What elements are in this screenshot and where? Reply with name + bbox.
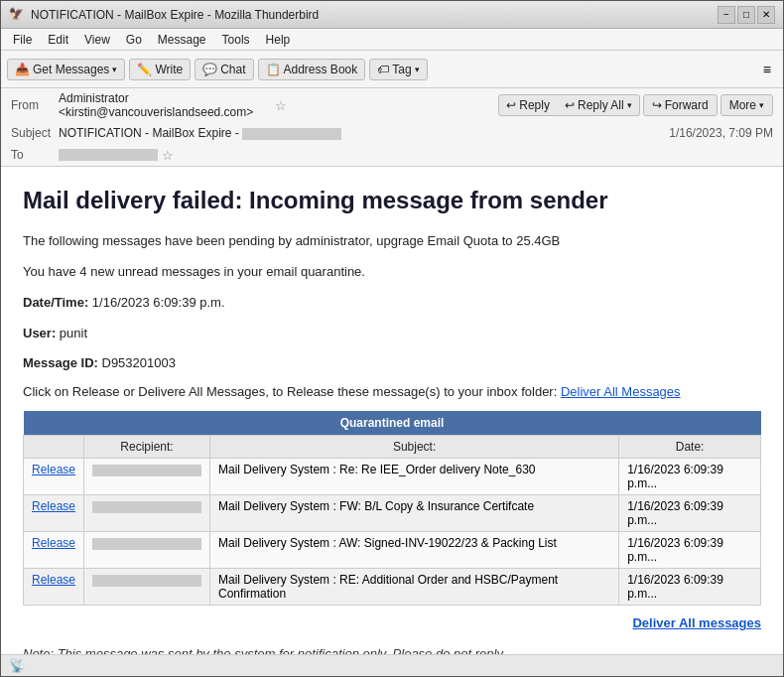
tag-button[interactable]: 🏷 Tag ▾ bbox=[369, 59, 427, 80]
email-heading: Mail delivery failed: Incoming message f… bbox=[23, 185, 761, 215]
reply-combined-button: ↩ Reply ↩ Reply All ▾ bbox=[498, 94, 639, 116]
recipient-redacted-1 bbox=[92, 501, 201, 513]
col-header-date: Date: bbox=[619, 436, 761, 459]
table-header-row: Recipient: Subject: Date: bbox=[24, 436, 761, 459]
menu-message[interactable]: Message bbox=[150, 31, 214, 49]
to-row: To ☆ bbox=[1, 144, 783, 166]
subject-label: Subject bbox=[11, 126, 59, 140]
table-row: ReleaseMail Delivery System : Re: Re IEE… bbox=[24, 459, 761, 495]
subject-cell-3: Mail Delivery System : RE: Additional Or… bbox=[210, 569, 619, 606]
release-link-1[interactable]: Release bbox=[32, 499, 75, 513]
address-book-icon: 📋 bbox=[266, 63, 281, 76]
reply-all-dropdown-icon[interactable]: ▾ bbox=[627, 100, 632, 110]
intro-text-2: You have 4 new unread messages in your e… bbox=[23, 262, 761, 283]
email-header: From Administrator <kirstin@vancouverisl… bbox=[1, 88, 783, 167]
get-messages-dropdown-icon[interactable]: ▾ bbox=[112, 65, 117, 74]
app-icon: 🦅 bbox=[9, 7, 25, 23]
forward-icon: ↪ bbox=[652, 98, 662, 112]
from-star-icon[interactable]: ☆ bbox=[275, 98, 287, 113]
table-title: Quarantined email bbox=[24, 411, 761, 436]
main-window: 🦅 NOTIFICATION - MailBox Expire - Mozill… bbox=[0, 0, 784, 677]
chat-icon: 💬 bbox=[202, 63, 217, 76]
date-cell-0: 1/16/2023 6:09:39 p.m... bbox=[619, 459, 761, 495]
email-date: 1/16/2023, 7:09 PM bbox=[669, 126, 773, 140]
from-row: From Administrator <kirstin@vancouverisl… bbox=[1, 88, 783, 122]
write-icon: ✏️ bbox=[137, 63, 152, 76]
forward-button[interactable]: ↪ Forward bbox=[643, 94, 718, 116]
menu-tools[interactable]: Tools bbox=[214, 31, 258, 49]
subject-cell-1: Mail Delivery System : FW: B/L Copy & In… bbox=[210, 495, 619, 532]
menu-go[interactable]: Go bbox=[118, 31, 150, 49]
subject-value: NOTIFICATION - MailBox Expire - bbox=[59, 126, 661, 140]
get-messages-button[interactable]: 📥 Get Messages ▾ bbox=[7, 59, 125, 80]
more-dropdown-icon[interactable]: ▾ bbox=[759, 100, 764, 110]
from-label: From bbox=[11, 98, 59, 112]
subject-cell-0: Mail Delivery System : Re: Re IEE_Order … bbox=[210, 459, 619, 495]
email-body: Mail delivery failed: Incoming message f… bbox=[1, 167, 783, 654]
write-button[interactable]: ✏️ Write bbox=[129, 59, 191, 80]
col-header-subject: Subject: bbox=[210, 436, 619, 459]
from-value: Administrator <kirstin@vancouverislandse… bbox=[59, 91, 271, 119]
col-header-recipient: Recipient: bbox=[84, 436, 210, 459]
status-icon: 📡 bbox=[9, 658, 25, 673]
window-controls: − □ ✕ bbox=[718, 6, 775, 24]
menu-edit[interactable]: Edit bbox=[40, 31, 76, 49]
deliver-all-right: Deliver All messages bbox=[23, 615, 761, 630]
subject-row: Subject NOTIFICATION - MailBox Expire - … bbox=[1, 122, 783, 144]
menu-help[interactable]: Help bbox=[258, 31, 299, 49]
more-button[interactable]: More ▾ bbox=[720, 94, 773, 116]
recipient-redacted-2 bbox=[92, 538, 201, 550]
table-row: ReleaseMail Delivery System : RE: Additi… bbox=[24, 569, 761, 606]
to-label: To bbox=[11, 148, 59, 162]
note-1: Note: This message was sent by the syste… bbox=[23, 646, 761, 654]
user-line: User: punit bbox=[23, 324, 761, 344]
recipient-redacted-0 bbox=[92, 465, 201, 476]
toolbar-menu-icon[interactable]: ≡ bbox=[757, 59, 777, 80]
deliver-all-messages-link-bottom[interactable]: Deliver All messages bbox=[632, 615, 761, 630]
release-instruction-line: Click on Release or Delivere All Message… bbox=[23, 384, 761, 399]
tag-dropdown-icon[interactable]: ▾ bbox=[415, 65, 420, 74]
chat-button[interactable]: 💬 Chat bbox=[195, 59, 253, 80]
titlebar: 🦅 NOTIFICATION - MailBox Expire - Mozill… bbox=[1, 1, 783, 29]
address-book-button[interactable]: 📋 Address Book bbox=[258, 59, 366, 80]
release-link-2[interactable]: Release bbox=[32, 536, 75, 550]
table-row: ReleaseMail Delivery System : FW: B/L Co… bbox=[24, 495, 761, 532]
msgid-line: Message ID: D953201003 bbox=[23, 353, 761, 374]
menu-file[interactable]: File bbox=[5, 31, 40, 49]
window-title: NOTIFICATION - MailBox Expire - Mozilla … bbox=[31, 8, 718, 22]
recipient-redacted-3 bbox=[92, 575, 201, 587]
reply-all-icon: ↩ bbox=[565, 98, 575, 112]
date-cell-2: 1/16/2023 6:09:39 p.m... bbox=[619, 532, 761, 569]
deliver-all-messages-link-top[interactable]: Deliver All Messages bbox=[561, 384, 681, 399]
menubar: File Edit View Go Message Tools Help bbox=[1, 29, 783, 51]
email-actions: ↩ Reply ↩ Reply All ▾ ↪ Forward More bbox=[498, 94, 773, 116]
release-link-0[interactable]: Release bbox=[32, 463, 75, 476]
to-redacted bbox=[59, 149, 158, 161]
reply-button[interactable]: ↩ Reply bbox=[499, 95, 557, 115]
tag-icon: 🏷 bbox=[377, 63, 389, 76]
minimize-button[interactable]: − bbox=[718, 6, 735, 24]
reply-icon: ↩ bbox=[506, 98, 516, 112]
maximize-button[interactable]: □ bbox=[737, 6, 755, 24]
quarantine-table: Quarantined email Recipient: Subject: Da… bbox=[23, 411, 761, 606]
col-header-action bbox=[24, 436, 84, 459]
subject-cell-2: Mail Delivery System : AW: Signed-INV-19… bbox=[210, 532, 619, 569]
date-cell-3: 1/16/2023 6:09:39 p.m... bbox=[619, 569, 761, 606]
reply-all-button[interactable]: ↩ Reply All ▾ bbox=[558, 95, 639, 115]
menu-view[interactable]: View bbox=[76, 31, 118, 49]
table-title-row: Quarantined email bbox=[24, 411, 761, 436]
datetime-line: Date/Time: 1/16/2023 6:09:39 p.m. bbox=[23, 293, 761, 314]
close-button[interactable]: ✕ bbox=[757, 6, 775, 24]
to-star-icon[interactable]: ☆ bbox=[162, 148, 174, 163]
date-cell-1: 1/16/2023 6:09:39 p.m... bbox=[619, 495, 761, 532]
subject-redacted bbox=[242, 128, 341, 140]
table-row: ReleaseMail Delivery System : AW: Signed… bbox=[24, 532, 761, 569]
release-link-3[interactable]: Release bbox=[32, 573, 75, 587]
intro-text-1: The following messages have been pending… bbox=[23, 231, 761, 252]
toolbar: 📥 Get Messages ▾ ✏️ Write 💬 Chat 📋 Addre… bbox=[1, 51, 783, 88]
get-messages-icon: 📥 bbox=[15, 63, 30, 76]
statusbar: 📡 bbox=[1, 654, 783, 676]
